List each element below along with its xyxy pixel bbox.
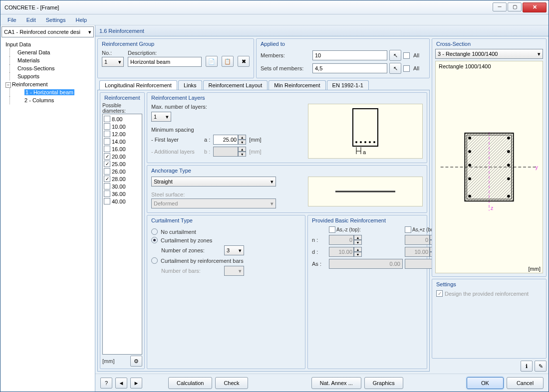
svg-rect-14 (465, 133, 513, 201)
cs-info-icon[interactable]: ℹ (521, 361, 533, 372)
svg-text:a: a (363, 149, 366, 155)
anchorage-preview (308, 177, 423, 206)
as-top-val (329, 259, 403, 269)
nat-annex-button[interactable]: Nat. Annex ... (311, 377, 361, 389)
svg-rect-0 (353, 109, 378, 146)
diameter-row[interactable]: 8.00 (104, 115, 141, 123)
svg-point-2 (360, 141, 362, 143)
tree-item[interactable]: Supports (1, 72, 94, 80)
group-no-select[interactable]: 1 (102, 57, 124, 67)
diameter-row[interactable]: 12.00 (104, 130, 141, 138)
layers-preview: a (308, 104, 423, 159)
svg-point-1 (355, 141, 357, 143)
as-top-check[interactable] (329, 226, 335, 233)
svg-point-25 (507, 195, 510, 197)
cross-section-preview: Rectangle 1000/1400 y z (435, 61, 543, 273)
calculation-button[interactable]: Calculation (168, 377, 212, 389)
svg-point-17 (507, 137, 510, 140)
prev-icon[interactable]: ◄ (115, 378, 127, 389)
tree-item[interactable]: Cross-Sections (1, 64, 94, 72)
anchorage-type-select[interactable]: Straight (151, 177, 276, 187)
tree-item-selected[interactable]: 1 - Horizontal beam (24, 89, 74, 95)
case-combo[interactable]: CA1 - Reinforced concrete desi (1, 26, 94, 37)
tree-root[interactable]: Input Data (1, 40, 94, 48)
members-input[interactable] (312, 50, 387, 60)
svg-point-4 (369, 141, 371, 143)
tree-reinforcement[interactable]: −Reinforcement (1, 80, 94, 88)
ok-button[interactable]: OK (467, 377, 504, 389)
tab-en1992[interactable]: EN 1992-1-1 (327, 80, 369, 90)
tree-item[interactable]: 2 - Columns (1, 96, 94, 104)
svg-point-23 (507, 177, 510, 180)
tab-longitudinal[interactable]: Longitudinal Reinforcement (99, 80, 177, 90)
svg-point-20 (468, 164, 471, 167)
diameter-row[interactable]: 30.00 (104, 183, 141, 190)
svg-point-16 (468, 137, 471, 140)
curt-zones-radio[interactable] (151, 237, 158, 243)
cs-edit-icon[interactable]: ✎ (535, 361, 547, 372)
diameter-row[interactable]: 36.00 (104, 190, 141, 197)
tab-min[interactable]: Min Reinforcement (269, 80, 325, 90)
sets-input[interactable] (312, 63, 387, 73)
svg-text:z: z (491, 205, 493, 211)
max-layers-select[interactable]: 1 (151, 112, 171, 122)
tab-links[interactable]: Links (178, 80, 202, 90)
menu-edit[interactable]: Edit (22, 16, 40, 24)
d-top: ▲▼ (329, 247, 403, 257)
as-bot-check[interactable] (405, 226, 411, 233)
graphics-button[interactable]: Graphics (364, 377, 403, 389)
window-title: CONCRETE - [Frame] (2, 4, 493, 10)
svg-point-21 (507, 164, 510, 167)
menu-settings[interactable]: Settings (42, 16, 70, 24)
new-icon[interactable]: 📄 (206, 56, 218, 67)
diameter-list[interactable]: 8.0010.0012.0014.0016.00✓20.00✓25.0026.0… (102, 114, 142, 355)
nbars-select (224, 266, 244, 276)
copy-icon[interactable]: 📋 (222, 56, 234, 67)
design-provided-check: ✓ (436, 290, 443, 297)
diameter-settings-icon[interactable]: ⚙ (130, 356, 142, 367)
diameter-row[interactable]: ✓25.00 (104, 160, 141, 168)
pick-sets-icon[interactable]: ↖ (389, 63, 401, 74)
first-layer-spacing[interactable]: ▲▼ (213, 135, 246, 145)
svg-point-24 (468, 195, 471, 197)
nav-tree: Input Data General Data Materials Cross-… (0, 38, 95, 392)
diameter-row[interactable]: 16.00 (104, 145, 141, 153)
group-desc-input[interactable] (128, 57, 202, 67)
help-icon[interactable]: ? (100, 378, 112, 389)
applied-title: Applied to (261, 41, 285, 47)
svg-text:y: y (535, 164, 538, 170)
maximize-button[interactable]: ▢ (508, 2, 522, 11)
tree-item[interactable]: General Data (1, 48, 94, 56)
tree-item[interactable]: Materials (1, 56, 94, 64)
next-icon[interactable]: ► (130, 378, 142, 389)
page-title: 1.6 Reinforcement (95, 25, 549, 36)
curt-bars-radio[interactable] (151, 257, 158, 264)
diameter-row[interactable]: 26.00 (104, 168, 141, 175)
diameter-row[interactable]: ✓20.00 (104, 153, 141, 160)
n-top: ▲▼ (329, 235, 403, 245)
curt-none-radio[interactable] (151, 228, 158, 235)
addl-layer-spacing: ▲▼ (213, 147, 246, 157)
svg-point-22 (468, 177, 471, 180)
diameter-row[interactable]: 14.00 (104, 138, 141, 145)
all-members-check[interactable] (403, 52, 410, 59)
steel-surface-select: Deformed (151, 198, 276, 208)
check-button[interactable]: Check (215, 377, 248, 389)
close-button[interactable]: ✕ (523, 2, 547, 12)
all-sets-check[interactable] (403, 65, 410, 72)
cross-section-select[interactable]: 3 - Rectangle 1000/1400 (435, 49, 543, 59)
diameter-row[interactable]: 40.00 (104, 197, 141, 205)
menu-file[interactable]: File (3, 16, 20, 24)
diameter-row[interactable]: 10.00 (104, 123, 141, 130)
cancel-button[interactable]: Cancel (507, 377, 544, 389)
svg-point-3 (364, 141, 366, 143)
nzones-select[interactable]: 3 (224, 245, 244, 255)
delete-icon[interactable]: ✖ (238, 56, 250, 67)
pick-members-icon[interactable]: ↖ (389, 50, 401, 61)
menu-help[interactable]: Help (71, 16, 91, 24)
svg-point-5 (373, 141, 375, 143)
diameter-row[interactable]: ✓28.00 (104, 175, 141, 183)
tab-layout[interactable]: Reinforcement Layout (203, 80, 268, 90)
minimize-button[interactable]: ─ (493, 2, 507, 11)
group-title: Reinforcement Group (102, 41, 154, 47)
